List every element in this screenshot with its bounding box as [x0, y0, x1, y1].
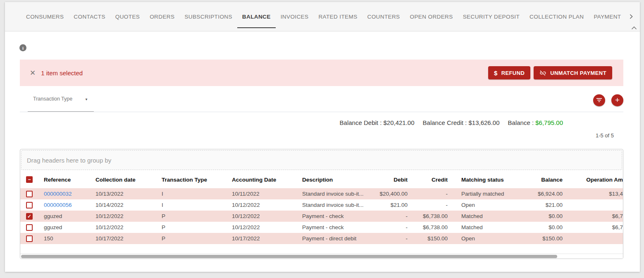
- tab-orders[interactable]: ORDERS: [145, 5, 179, 28]
- column-header-description[interactable]: Description: [300, 171, 374, 188]
- cell-operation-amount: $13,4: [566, 188, 623, 199]
- tab-quotes[interactable]: QUOTES: [110, 5, 145, 28]
- table-row[interactable]: 15010/17/2022P10/17/2022Payment - direct…: [20, 233, 623, 244]
- chevron-up-icon[interactable]: [631, 25, 637, 31]
- table-row[interactable]: 00000005610/14/2022I10/12/2022Standard i…: [20, 199, 623, 211]
- row-checkbox[interactable]: [26, 235, 33, 242]
- cell-debit: -: [374, 233, 410, 244]
- table-row[interactable]: ✓gguzed10/12/2022P10/12/2022Payment - ch…: [20, 211, 623, 222]
- transaction-type-select[interactable]: Transaction Type ▼: [28, 91, 94, 112]
- tab-rated-items[interactable]: RATED ITEMS: [313, 5, 362, 28]
- tab-subscriptions[interactable]: SUBSCRIPTIONS: [179, 5, 237, 28]
- unmatch-button-label: UNMATCH PAYMENT: [550, 70, 606, 76]
- filter-row: Transaction Type ▼ +: [20, 91, 623, 109]
- tab-security-deposit[interactable]: SECURITY DEPOSIT: [458, 5, 525, 28]
- select-all-cell: −: [20, 171, 40, 188]
- tab-invoices[interactable]: INVOICES: [276, 5, 314, 28]
- cell-reference: 150: [40, 233, 93, 244]
- column-header-collection-date[interactable]: Collection date: [93, 171, 160, 188]
- horizontal-scrollbar[interactable]: [20, 254, 623, 259]
- group-by-dropzone[interactable]: Drag headers here to group by: [21, 150, 622, 170]
- column-header-matching-status[interactable]: Matching status: [451, 171, 530, 188]
- column-header-reference[interactable]: Reference: [40, 171, 93, 188]
- cell-description: Payment - check: [300, 222, 374, 233]
- group-by-hint: Drag headers here to group by: [27, 157, 111, 164]
- balance-summary: Balance Debit : $20,421.00 Balance Credi…: [5, 119, 563, 126]
- refund-button[interactable]: $ REFUND: [488, 66, 530, 79]
- scrollbar-thumb[interactable]: [21, 255, 557, 258]
- table-row[interactable]: 00000003210/13/2022I10/11/2022Standard i…: [20, 188, 623, 199]
- cell-accounting-date: 10/17/2022: [230, 233, 300, 244]
- tab-counters[interactable]: COUNTERS: [363, 5, 405, 28]
- dollar-icon: $: [494, 70, 498, 77]
- chevron-down-icon: ▼: [85, 98, 88, 101]
- pagination-label: 1-5 of 5: [5, 132, 614, 139]
- cell-balance: $21.00: [530, 199, 566, 211]
- transactions-table: Drag headers here to group by − Referenc…: [20, 149, 623, 259]
- select-all-checkbox[interactable]: −: [26, 176, 33, 183]
- info-row: i: [19, 44, 640, 51]
- column-header-credit[interactable]: Credit: [410, 171, 451, 188]
- cell-collection-date: 10/12/2022: [93, 211, 160, 222]
- chevron-right-icon[interactable]: [628, 14, 634, 19]
- tab-consumers[interactable]: CONSUMERS: [21, 5, 69, 28]
- cell-description: Standard invoice sub-it...: [300, 188, 374, 199]
- cell-credit: -: [410, 188, 451, 199]
- cell-credit: $150.00: [410, 233, 451, 244]
- column-header-balance[interactable]: Balance: [530, 171, 566, 188]
- add-button[interactable]: +: [611, 94, 623, 106]
- balance-credit: Balance Credit : $13,626.00: [423, 119, 500, 126]
- column-header-debit[interactable]: Debit: [374, 171, 410, 188]
- row-checkbox[interactable]: ✓: [26, 213, 33, 220]
- banner-actions: $ REFUND UNMATCH PAYMENT: [488, 66, 612, 79]
- column-header-accounting-date[interactable]: Accounting Date: [230, 171, 300, 188]
- filter-button[interactable]: [593, 94, 605, 106]
- cell-matching-status: Matched: [451, 222, 530, 233]
- cell-collection-date: 10/12/2022: [93, 222, 160, 233]
- tab-bar: CONSUMERSCONTACTSQUOTESORDERSSUBSCRIPTIO…: [5, 2, 640, 31]
- refund-button-label: REFUND: [501, 70, 525, 76]
- cell-accounting-date: 10/12/2022: [230, 222, 300, 233]
- balance-total: Balance : $6,795.00: [508, 119, 563, 126]
- cell-description: Standard invoice sub-it...: [300, 199, 374, 211]
- column-header-operation-am[interactable]: Operation Am: [566, 171, 623, 188]
- table-body: 00000003210/13/2022I10/11/2022Standard i…: [20, 188, 623, 244]
- cell-transaction-type: I: [160, 199, 230, 211]
- row-checkbox[interactable]: [26, 202, 33, 208]
- reference-link[interactable]: 000000032: [44, 191, 72, 197]
- cell-matching-status: Open: [451, 233, 530, 244]
- filter-icon: [596, 98, 602, 103]
- row-checkbox[interactable]: [26, 224, 33, 231]
- unmatch-payment-button[interactable]: UNMATCH PAYMENT: [534, 66, 612, 79]
- cell-accounting-date: 10/12/2022: [230, 211, 300, 222]
- column-header-transaction-type[interactable]: Transaction Type: [160, 171, 230, 188]
- cell-collection-date: 10/17/2022: [93, 233, 160, 244]
- row-checkbox[interactable]: [26, 191, 33, 197]
- cell-operation-amount: $6,7: [566, 222, 623, 233]
- tab-balance[interactable]: BALANCE: [237, 5, 276, 28]
- transaction-type-label: Transaction Type: [33, 96, 72, 102]
- tab-payment[interactable]: PAYMENT: [589, 5, 626, 28]
- cell-matching-status: Partially matched: [451, 188, 530, 199]
- table-action-buttons: +: [593, 94, 623, 106]
- info-icon[interactable]: i: [19, 44, 26, 51]
- table-header-row: − ReferenceCollection dateTransaction Ty…: [20, 171, 623, 188]
- cell-matching-status: Matched: [451, 211, 530, 222]
- cell-transaction-type: P: [160, 222, 230, 233]
- cell-reference: 000000032: [40, 188, 93, 199]
- main-card: CONSUMERSCONTACTSQUOTESORDERSSUBSCRIPTIO…: [5, 2, 640, 272]
- tab-collection-plan[interactable]: COLLECTION PLAN: [525, 5, 589, 28]
- tab-contacts[interactable]: CONTACTS: [69, 5, 110, 28]
- reference-link[interactable]: 000000056: [44, 202, 72, 208]
- plus-icon: +: [615, 96, 620, 104]
- cell-description: Payment - direct debit: [300, 233, 374, 244]
- close-icon[interactable]: ✕: [30, 70, 36, 77]
- balance-total-value: $6,795.00: [535, 119, 563, 126]
- table-row[interactable]: gguzed10/12/2022P10/12/2022Payment - che…: [20, 222, 623, 233]
- cell-accounting-date: 10/12/2022: [230, 199, 300, 211]
- cell-transaction-type: P: [160, 211, 230, 222]
- tab-open-orders[interactable]: OPEN ORDERS: [405, 5, 458, 28]
- cell-debit: -: [374, 211, 410, 222]
- cell-collection-date: 10/13/2022: [93, 188, 160, 199]
- cell-credit: -: [410, 199, 451, 211]
